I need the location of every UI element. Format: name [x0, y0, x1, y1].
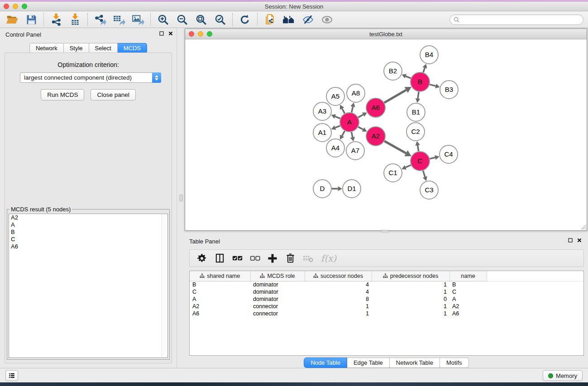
cell-name[interactable]: B — [449, 281, 487, 288]
graph-edge-A-A6[interactable] — [358, 114, 363, 117]
run-mcds-button[interactable]: Run MCDS — [41, 89, 84, 100]
graph-node-A8[interactable]: A8 — [347, 84, 365, 102]
graph-edge-A2-C[interactable] — [384, 141, 406, 153]
clear-selection-button[interactable] — [248, 252, 262, 265]
graph-edge-C-C2[interactable] — [418, 145, 419, 151]
graph-node-C2[interactable]: C2 — [406, 123, 425, 141]
cell-mcds-role[interactable]: connector — [250, 303, 305, 310]
graph-edge-A6-B[interactable] — [384, 90, 406, 103]
mcds-result-item[interactable]: B — [9, 229, 167, 236]
cell-shared-name[interactable]: C — [190, 288, 250, 295]
export-image-button[interactable] — [129, 12, 148, 27]
graph-node-A3[interactable]: A3 — [313, 102, 331, 120]
export-table-button[interactable] — [110, 12, 129, 27]
float-panel-icon[interactable] — [159, 31, 164, 36]
graph-edge-C-C1[interactable] — [406, 165, 411, 167]
tab-network[interactable]: Network — [29, 43, 64, 53]
graph-node-B4[interactable]: B4 — [420, 46, 438, 64]
graph-edge-A-A1[interactable] — [335, 126, 340, 128]
cell-successor-nodes[interactable]: 1 — [305, 303, 372, 310]
search-box[interactable] — [449, 14, 583, 25]
criterion-select[interactable]: largest connected component (directed) — [20, 72, 161, 83]
zoom-selected-button[interactable] — [210, 12, 229, 27]
task-history-button[interactable] — [5, 370, 18, 381]
zoom-in-button[interactable] — [153, 12, 172, 27]
graph-node-A2[interactable]: A2 — [366, 127, 385, 146]
mcds-list-scrollbar[interactable] — [162, 214, 167, 357]
graph-node-B[interactable]: B — [411, 72, 430, 91]
open-file-button[interactable] — [3, 12, 22, 27]
table-row[interactable]: Cdominator41C — [190, 288, 583, 295]
column-header-name[interactable]: name — [449, 271, 487, 281]
hide-selected-button[interactable] — [298, 12, 317, 27]
tab-mcds[interactable]: MCDS — [118, 43, 147, 53]
cell-name[interactable]: C — [449, 288, 487, 295]
cell-name[interactable]: A6 — [449, 310, 487, 317]
cell-shared-name[interactable]: B — [190, 281, 250, 288]
cell-shared-name[interactable]: A2 — [190, 303, 250, 310]
cell-predecessor-nodes[interactable]: 1 — [372, 281, 449, 288]
column-header-successor-nodes[interactable]: successor nodes — [305, 271, 372, 281]
graph-node-C[interactable]: C — [411, 152, 430, 171]
zoom-out-button[interactable] — [172, 12, 191, 27]
graph-node-D1[interactable]: D1 — [343, 180, 361, 198]
graph-edge-B-B3[interactable] — [430, 85, 435, 86]
table-row[interactable]: A6connector11A6 — [190, 310, 583, 317]
cell-successor-nodes[interactable]: 8 — [305, 295, 372, 303]
mcds-result-item[interactable]: A — [9, 221, 167, 229]
column-header-shared-name[interactable]: shared name — [190, 271, 250, 281]
mcds-result-item[interactable]: A2 — [9, 214, 167, 221]
delete-column-button[interactable] — [283, 252, 297, 265]
graph-edge-B-B1[interactable] — [418, 92, 419, 99]
vertical-split-grip[interactable] — [179, 195, 183, 201]
settings-button[interactable] — [195, 252, 209, 265]
resize-grip-icon[interactable] — [581, 224, 586, 230]
graph-node-A7[interactable]: A7 — [346, 142, 364, 160]
cell-predecessor-nodes[interactable]: 0 — [372, 295, 449, 303]
tab-select[interactable]: Select — [89, 43, 118, 53]
import-table-button[interactable] — [66, 12, 85, 27]
cell-mcds-role[interactable]: dominator — [250, 281, 305, 288]
graph-edge-B-B2[interactable] — [406, 76, 411, 78]
graph-node-C3[interactable]: C3 — [420, 181, 438, 199]
tab-network-table[interactable]: Network Table — [390, 357, 440, 368]
graph-node-C4[interactable]: C4 — [440, 145, 458, 163]
tab-style[interactable]: Style — [64, 43, 89, 53]
home-button[interactable] — [279, 12, 298, 27]
graph-edge-B-B4[interactable] — [423, 68, 425, 72]
tab-edge-table[interactable]: Edge Table — [347, 357, 390, 368]
graph-edge-A-A8[interactable] — [352, 107, 353, 113]
cell-mcds-role[interactable]: dominator — [250, 288, 305, 295]
add-column-button[interactable] — [266, 252, 279, 265]
graph-node-A4[interactable]: A4 — [326, 139, 344, 157]
graph-node-B1[interactable]: B1 — [407, 103, 425, 121]
graph-node-A1[interactable]: A1 — [313, 124, 331, 142]
close-panel-icon[interactable] — [168, 31, 173, 36]
cell-name[interactable]: A — [449, 295, 487, 303]
column-header-mcds-role[interactable]: MCDS role — [250, 271, 305, 281]
cell-shared-name[interactable]: A — [190, 295, 250, 303]
cell-successor-nodes[interactable]: 4 — [305, 288, 372, 295]
float-table-panel-icon[interactable] — [568, 238, 573, 243]
mcds-result-item[interactable]: A6 — [9, 243, 167, 250]
network-canvas[interactable]: AA1A2A3A4A5A6A7A8BB1B2B3B4CC1C2C3C4DD1 — [185, 39, 587, 230]
graph-node-B3[interactable]: B3 — [440, 81, 458, 99]
cell-name[interactable]: A2 — [449, 303, 487, 310]
cell-predecessor-nodes[interactable]: 1 — [372, 288, 449, 295]
zoom-fit-button[interactable] — [191, 12, 210, 27]
cell-predecessor-nodes[interactable]: 1 — [372, 310, 449, 317]
network-document-button[interactable] — [260, 12, 279, 27]
graph-node-A5[interactable]: A5 — [326, 87, 344, 105]
graph-edge-A-A3[interactable] — [335, 116, 340, 119]
cell-mcds-role[interactable]: dominator — [250, 295, 305, 303]
split-view-button[interactable] — [213, 252, 226, 265]
column-header-predecessor-nodes[interactable]: predecessor nodes — [372, 271, 449, 281]
graph-edge-A-A7[interactable] — [351, 132, 352, 138]
select-all-button[interactable] — [230, 252, 244, 265]
memory-button[interactable]: Memory — [543, 370, 583, 381]
cell-successor-nodes[interactable]: 1 — [305, 310, 372, 317]
cell-successor-nodes[interactable]: 4 — [305, 281, 372, 288]
table-row[interactable]: Bdominator41B — [190, 281, 583, 288]
graph-node-A[interactable]: A — [340, 113, 359, 132]
graph-node-D[interactable]: D — [313, 180, 331, 198]
